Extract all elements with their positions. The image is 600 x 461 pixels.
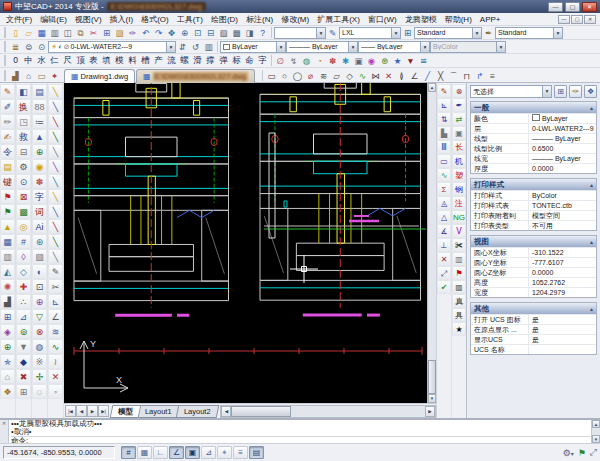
palette-tool-icon[interactable]: ⊕: [32, 294, 47, 309]
layer-tool-icon[interactable]: ≣: [9, 40, 22, 53]
property-row[interactable]: 圆心X坐标-310.1522: [471, 247, 596, 257]
toolbar-icon[interactable]: ◨: [243, 26, 256, 39]
palette-tool-icon[interactable]: ▥: [0, 249, 15, 264]
palette-tool-icon[interactable]: ※: [32, 354, 47, 369]
property-row[interactable]: 打印样式ByColor: [471, 190, 596, 200]
mold-tool-icon[interactable]: ✀: [452, 238, 466, 252]
mold-tool-icon[interactable]: ▣: [352, 54, 365, 67]
palette-tool-icon[interactable]: ⚙: [16, 159, 31, 174]
collapse-icon[interactable]: ▴: [590, 104, 593, 111]
palette-tool-icon[interactable]: ✖: [16, 369, 31, 384]
layer-shortcut-button[interactable]: 尺: [61, 54, 74, 67]
mold-tool-icon[interactable]: 机: [452, 154, 466, 168]
layer-shortcut-button[interactable]: 命: [243, 54, 256, 67]
style-combo[interactable]: ▼: [274, 27, 326, 39]
mold-tool-icon[interactable]: ★: [452, 322, 466, 336]
property-row[interactable]: 显示UCS是: [471, 334, 596, 344]
mold-tool-icon[interactable]: Ⅴ: [452, 224, 466, 238]
palette-tool-icon[interactable]: 令: [0, 144, 15, 159]
status-toggle[interactable]: ⊿: [201, 446, 216, 459]
palette-tool-icon[interactable]: ◐: [32, 264, 47, 279]
collapse-icon[interactable]: ▴: [590, 238, 593, 245]
last-tab-icon[interactable]: ▶|: [98, 405, 109, 417]
status-toggle[interactable]: ▤: [249, 446, 264, 459]
palette-tool-icon[interactable]: 词: [32, 204, 47, 219]
mold-tool-icon[interactable]: ∅: [274, 54, 287, 67]
draw-tool-icon[interactable]: ⌒: [447, 69, 460, 82]
property-row[interactable]: 打开 UCS 图标是: [471, 314, 596, 324]
layer-freeze-icon[interactable]: ◐: [58, 43, 62, 50]
menu-item[interactable]: 文件(F): [2, 15, 36, 24]
section-header[interactable]: 其他 ▴: [471, 303, 596, 314]
palette-tool-icon[interactable]: ▲: [32, 129, 47, 144]
layer-shortcut-button[interactable]: 仁: [48, 54, 61, 67]
status-toggle[interactable]: #: [121, 446, 136, 459]
dimension-tool-icon[interactable]: ✔: [437, 280, 451, 294]
palette-tool-icon[interactable]: ≔: [32, 114, 47, 129]
section-header[interactable]: 视图 ▴: [471, 236, 596, 247]
palette-tool-icon[interactable]: #: [16, 234, 31, 249]
toolbar-grip[interactable]: [4, 41, 7, 52]
toolbar-icon[interactable]: ✦: [48, 69, 61, 82]
draw-tool-icon[interactable]: ⋈: [369, 69, 382, 82]
draw-tool-icon[interactable]: ⌀: [304, 69, 317, 82]
property-row[interactable]: 颜色ByLayer: [471, 113, 596, 123]
toolbar-icon[interactable]: ✥: [165, 26, 178, 39]
status-toggle[interactable]: ▣: [185, 446, 200, 459]
palette-tool-icon[interactable]: ⊠: [16, 189, 31, 204]
layer-shortcut-button[interactable]: 模: [113, 54, 126, 67]
close-icon[interactable]: ✕: [582, 2, 597, 12]
chevron-down-icon[interactable]: ▼: [348, 42, 357, 52]
dimension-tool-icon[interactable]: ⊾: [437, 98, 451, 112]
property-row[interactable]: 在原点显示 ...是: [471, 324, 596, 334]
next-tab-icon[interactable]: ▶: [87, 405, 98, 417]
layer-shortcut-button[interactable]: 水: [35, 54, 48, 67]
palette-tool-icon[interactable]: ▧: [32, 249, 47, 264]
mold-tool-icon[interactable]: ⊛: [378, 54, 391, 67]
palette-tool-icon[interactable]: ▽: [32, 309, 47, 324]
palette-tool-icon[interactable]: ⚑: [0, 189, 15, 204]
layer-shortcut-button[interactable]: 滑: [191, 54, 204, 67]
draw-tool-icon[interactable]: ∿: [356, 69, 369, 82]
linetype-tool-icon[interactable]: ╲: [48, 234, 63, 249]
dimstyle-combo[interactable]: LXL▼: [339, 27, 401, 39]
linetype-tool-icon[interactable]: ⊾: [48, 294, 63, 309]
palette-tool-icon[interactable]: ⊿: [16, 309, 31, 324]
menu-item[interactable]: 工具(T): [173, 15, 207, 24]
status-toggle[interactable]: ⌖: [217, 446, 232, 459]
collapse-icon[interactable]: ▴: [590, 305, 593, 312]
layer-shortcut-button[interactable]: 表: [87, 54, 100, 67]
palette-tool-icon[interactable]: Ai: [32, 219, 47, 234]
annotation-flag-icon[interactable]: ⚑: [578, 448, 586, 458]
draw-tool-icon[interactable]: ≡: [486, 69, 499, 82]
command-scrollbar[interactable]: ▲ ▼: [591, 420, 600, 443]
linetype-tool-icon[interactable]: ╲: [48, 144, 63, 159]
palette-tool-icon[interactable]: ◍: [32, 339, 47, 354]
toolbar-icon[interactable]: ◫: [61, 26, 74, 39]
layer-combo[interactable]: ☀ ◐ ⊘ 0-LWL-WATER2---9 ▼: [48, 41, 176, 53]
toolbar-icon[interactable]: ▟: [9, 69, 22, 82]
toolbar-grip[interactable]: [4, 55, 7, 66]
draw-tool-icon[interactable]: ◯: [291, 69, 304, 82]
palette-tool-icon[interactable]: ◭: [0, 264, 15, 279]
draw-tool-icon[interactable]: ⊓: [460, 69, 473, 82]
palette-tool-icon[interactable]: ✍: [0, 129, 15, 144]
toolbar-icon[interactable]: ⌂: [22, 69, 35, 82]
mold-tool-icon[interactable]: ⇄: [452, 112, 466, 126]
layer-shortcut-button[interactable]: 产: [152, 54, 165, 67]
mold-tool-icon[interactable]: NG: [452, 210, 466, 224]
palette-tool-icon[interactable]: ◉: [32, 159, 47, 174]
palette-tool-icon[interactable]: ✺: [0, 279, 15, 294]
mold-tool-icon[interactable]: 真: [452, 294, 466, 308]
dimension-tool-icon[interactable]: ∡: [437, 224, 451, 238]
tablestyle-icon[interactable]: ⊞: [401, 26, 414, 39]
toolbar-icon[interactable]: ⧉: [74, 26, 87, 39]
chevron-down-icon[interactable]: ▼: [316, 28, 325, 38]
linetype-tool-icon[interactable]: ╲: [48, 129, 63, 144]
linetype-tool-icon[interactable]: ≀: [48, 354, 63, 369]
linetype-tool-icon[interactable]: ✂: [48, 279, 63, 294]
tablestyle-combo[interactable]: Standard▼: [414, 27, 482, 39]
palette-tool-icon[interactable]: ▤: [32, 84, 47, 99]
property-row[interactable]: 层0-LWL-WATER2---9: [471, 123, 596, 133]
palette-tool-icon[interactable]: ▟: [0, 294, 15, 309]
